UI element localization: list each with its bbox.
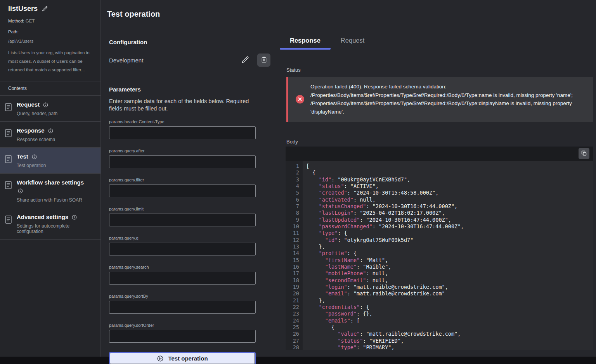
field-label: params.query.sortOrder: [109, 323, 270, 328]
code-line: "credentials": {: [306, 304, 464, 311]
field-label: params.header.Content-Type: [109, 119, 270, 124]
sidebar-item-label: Workflow share settings: [17, 179, 84, 186]
bottom-strip: [0, 357, 596, 364]
sidebar-item-sublabel: Settings for autocomplete configuration: [17, 223, 95, 234]
sidebar-item-sublabel: Test operation: [17, 163, 95, 168]
line-number: 8: [286, 210, 299, 216]
document-icon: [5, 103, 12, 111]
sidebar-item-request[interactable]: RequestQuery, header, path: [0, 95, 100, 121]
body-code-panel: 1234567891011121314151617181920212223242…: [286, 147, 593, 350]
code-line: "lastUpdated": "2024-10-30T16:47:44.000Z…: [306, 217, 464, 223]
code-line: "status": "ACTIVE",: [306, 183, 464, 190]
error-message-line: /Properties/Body/Items/$ref/Properties/T…: [310, 99, 582, 116]
sidebar-item-label: Request: [17, 101, 40, 109]
configuration-heading: Configuration: [109, 39, 270, 45]
play-icon: [157, 355, 164, 362]
line-number: 5: [286, 190, 299, 196]
copy-button[interactable]: [579, 148, 589, 159]
line-number: 23: [286, 311, 299, 317]
param-input-params-query-q[interactable]: [109, 243, 256, 255]
code-line: "type": {: [306, 230, 464, 236]
sidebar-item-response[interactable]: ResponseResponse schema: [0, 121, 100, 147]
delete-configuration-button[interactable]: [257, 53, 270, 67]
results-panel: ResponseRequest Status Operation failed …: [279, 0, 596, 357]
parameters-description: Enter sample data for each of the fields…: [109, 98, 256, 112]
document-icon: [5, 155, 12, 163]
document-icon: [5, 129, 12, 137]
line-number: 19: [286, 284, 299, 290]
param-input-params-query-after[interactable]: [109, 155, 256, 168]
field-label: params.query.sortBy: [109, 294, 270, 298]
param-input-params-query-sortorder[interactable]: [109, 330, 256, 343]
code-line: "login": "matt.raible@crowdstrike.com",: [306, 284, 464, 290]
test-operation-button[interactable]: Test operation: [109, 352, 256, 364]
error-message-line: Operation failed (400). Response failed …: [310, 83, 582, 91]
tab-request[interactable]: Request: [331, 37, 374, 50]
code-line: "lastName": "Raible",: [306, 264, 464, 270]
field-label: params.query.q: [109, 236, 270, 240]
code-line: "id": "00ukrg0ayiVCnEXBh5d7",: [306, 176, 464, 183]
body-heading: Body: [286, 139, 593, 145]
sidebar-item-label: Advanced settings: [17, 213, 68, 221]
test-operation-button-label: Test operation: [168, 355, 208, 362]
tab-response[interactable]: Response: [280, 37, 331, 50]
sidebar-item-test[interactable]: TestTest operation: [0, 147, 100, 173]
parameters-heading: Parameters: [109, 86, 270, 93]
code-line: {: [306, 324, 464, 331]
code-line: "created": "2024-10-30T15:48:58.000Z",: [306, 190, 464, 196]
line-number: 25: [286, 324, 299, 331]
line-number: 18: [286, 277, 299, 284]
sidebar-item-advanced-settings[interactable]: Advanced settingsSettings for autocomple…: [0, 208, 100, 240]
field-params-query-sortorder: params.query.sortOrder: [109, 323, 270, 343]
sidebar-item-sublabel: Response schema: [17, 137, 95, 142]
line-number: 10: [286, 223, 299, 230]
line-number: 17: [286, 270, 299, 277]
line-number: 14: [286, 250, 299, 257]
param-input-params-header-content-type[interactable]: [109, 126, 256, 139]
edit-operation-name-icon[interactable]: [42, 5, 48, 12]
line-number: 4: [286, 183, 299, 190]
param-input-params-query-sortby[interactable]: [109, 301, 256, 314]
parameters-fields: params.header.Content-Typeparams.query.a…: [109, 119, 270, 343]
method-label: Method:: [8, 19, 24, 23]
document-icon: [5, 181, 12, 189]
info-icon: [72, 215, 77, 220]
sidebar-item-workflow-share-settings[interactable]: Workflow share settingsShare action with…: [0, 173, 100, 208]
app-window: listUsers Method: GET Path: /api/v1/user…: [0, 0, 596, 357]
info-icon: [48, 128, 53, 133]
field-params-query-filter: params.query.filter: [109, 178, 270, 197]
trash-icon: [260, 56, 268, 64]
sidebar-item-sublabel: Share action with Fusion SOAR: [17, 197, 95, 203]
field-label: params.query.search: [109, 265, 270, 269]
info-icon: [18, 188, 23, 193]
param-input-params-query-search[interactable]: [109, 272, 256, 285]
status-error-message: Operation failed (400). Response failed …: [310, 83, 582, 116]
param-input-params-query-limit[interactable]: [109, 214, 256, 226]
code-line: "value": "matt.raible@crowdstrike.com",: [306, 331, 464, 337]
line-number: 15: [286, 257, 299, 264]
error-message-line: /Properties/Body/Items/$ref/Properties/T…: [310, 91, 582, 100]
sidebar-item-label: Response: [17, 127, 45, 135]
status-heading: Status: [286, 67, 593, 73]
code-line: {: [306, 169, 464, 176]
method-value: GET: [26, 19, 35, 23]
error-icon: [296, 95, 304, 104]
sidebar-item-label: Test: [17, 153, 28, 160]
page-title: Test operation: [107, 10, 270, 19]
copy-icon: [581, 150, 587, 157]
code-line: "secondEmail": null,: [306, 277, 464, 284]
code-line: "activated": null,: [306, 197, 464, 203]
param-input-params-query-filter[interactable]: [109, 185, 256, 197]
field-params-query-after: params.query.after: [109, 148, 270, 168]
code-line: "statusChanged": "2024-10-30T16:47:44.00…: [306, 203, 464, 210]
sidebar-nav: RequestQuery, header, pathResponseRespon…: [0, 95, 100, 240]
edit-configuration-button[interactable]: [240, 55, 250, 65]
line-number: 27: [286, 338, 299, 344]
line-number: 11: [286, 230, 299, 236]
code-editor[interactable]: 1234567891011121314151617181920212223242…: [286, 161, 593, 350]
field-params-query-limit: params.query.limit: [109, 207, 270, 226]
line-number: 16: [286, 264, 299, 270]
line-number: 28: [286, 344, 299, 350]
field-params-query-q: params.query.q: [109, 236, 270, 255]
line-number: 20: [286, 290, 299, 297]
